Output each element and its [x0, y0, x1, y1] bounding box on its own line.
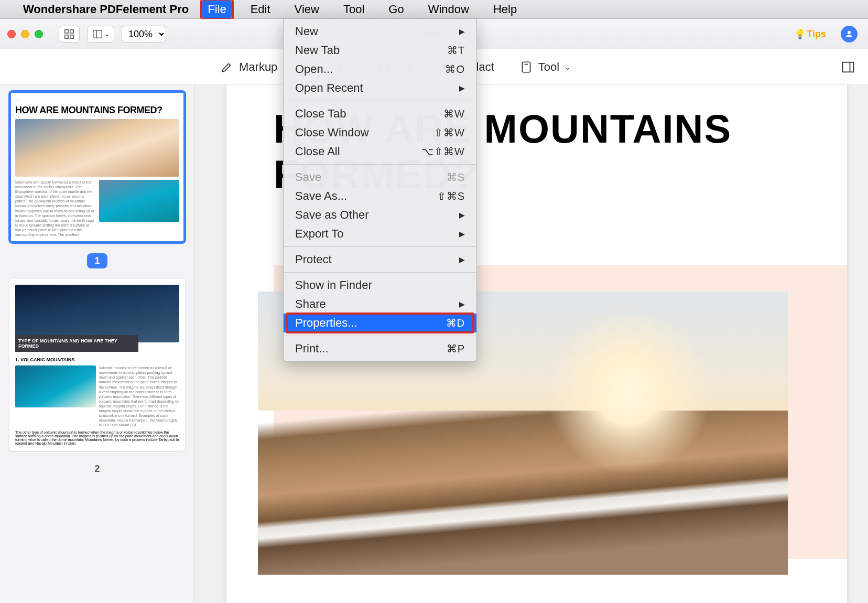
- user-avatar[interactable]: [841, 26, 858, 42]
- submenu-arrow-icon: ▶: [459, 255, 465, 264]
- thumb-image: [15, 285, 179, 342]
- svg-rect-0: [65, 29, 68, 33]
- menu-item-label: Save as Other: [295, 208, 369, 222]
- page-number-2: 2: [87, 461, 107, 477]
- zoom-select[interactable]: 100%: [122, 26, 166, 42]
- menu-item-label: Close Tab: [295, 107, 346, 121]
- menu-shortcut: ⌥⇧⌘W: [421, 145, 465, 158]
- menu-shortcut: ⌘S: [447, 171, 465, 184]
- file-menu-item-show-in-finder[interactable]: Show in Finder: [284, 276, 476, 295]
- menu-item-label: Properties...: [295, 316, 357, 330]
- close-window-button[interactable]: [7, 30, 16, 38]
- split-view-button[interactable]: [841, 60, 855, 74]
- menu-shortcut: ⌘T: [447, 44, 465, 57]
- file-menu-item-close-all[interactable]: Close All⌥⇧⌘W: [284, 142, 476, 161]
- submenu-arrow-icon: ▶: [459, 211, 465, 219]
- svg-rect-2: [65, 35, 68, 38]
- tool-button[interactable]: Tool ⌄: [519, 60, 571, 74]
- page-thumbnail-1[interactable]: — HOW ARE MOUNTAINS FORMED? Mountains ar…: [9, 91, 185, 243]
- submenu-arrow-icon: ▶: [459, 84, 465, 92]
- thumb-image-small: [15, 365, 96, 407]
- thumbnails-view-button[interactable]: [59, 26, 80, 42]
- menu-item-label: New Tab: [295, 44, 340, 57]
- menu-item-label: Show in Finder: [295, 278, 372, 292]
- system-menubar: Wondershare PDFelement Pro File Edit Vie…: [0, 0, 868, 19]
- traffic-lights: [7, 30, 43, 38]
- file-menu-item-save[interactable]: Save⌘S: [284, 168, 476, 187]
- file-menu-item-protect[interactable]: Protect▶: [284, 250, 476, 269]
- menu-item-label: Close Window: [295, 126, 369, 139]
- menu-shortcut: ⌘O: [445, 63, 465, 76]
- menu-shortcut: ⌘P: [447, 342, 465, 355]
- file-menu-dropdown: New▶New Tab⌘TOpen...⌘OOpen Recent▶Close …: [283, 19, 477, 362]
- markup-button[interactable]: Markup: [220, 60, 277, 74]
- menu-shortcut: ⌘D: [446, 317, 465, 329]
- file-menu-item-print-[interactable]: Print...⌘P: [284, 339, 476, 358]
- menu-item-label: Protect: [295, 253, 332, 266]
- menu-edit[interactable]: Edit: [245, 1, 276, 18]
- svg-point-6: [848, 31, 851, 34]
- thumb-image: [15, 119, 179, 177]
- menu-tool[interactable]: Tool: [338, 1, 370, 18]
- svg-rect-15: [522, 62, 530, 72]
- file-menu-item-new[interactable]: New▶: [284, 22, 476, 41]
- menu-shortcut: ⇧⌘S: [437, 190, 465, 202]
- svg-rect-3: [70, 35, 73, 38]
- panel-layout-button[interactable]: ⌄: [87, 26, 114, 42]
- menu-go[interactable]: Go: [383, 1, 409, 18]
- menu-view[interactable]: View: [289, 1, 324, 18]
- svg-rect-17: [843, 62, 854, 72]
- submenu-arrow-icon: ▶: [459, 230, 465, 238]
- tips-button[interactable]: Tips: [794, 28, 826, 40]
- menu-shortcut: ⇧⌘W: [434, 126, 465, 139]
- submenu-arrow-icon: ▶: [459, 27, 465, 36]
- file-menu-item-share[interactable]: Share▶: [284, 295, 476, 314]
- maximize-window-button[interactable]: [35, 30, 43, 38]
- menu-item-label: Share: [295, 297, 326, 311]
- page-number-badge-1: 1: [87, 253, 107, 268]
- thumb-footer-text: The other type of volcanic mountain is f…: [15, 430, 179, 445]
- file-menu-item-save-as-other[interactable]: Save as Other▶: [284, 206, 476, 224]
- file-menu-item-close-tab[interactable]: Close Tab⌘W: [284, 104, 476, 123]
- thumb-section-heading: 1. VOLCANIC MOUNTAINS: [15, 357, 179, 362]
- submenu-arrow-icon: ▶: [459, 300, 465, 308]
- menu-item-label: Save: [295, 170, 321, 184]
- svg-rect-4: [93, 30, 102, 38]
- menu-file[interactable]: File: [202, 1, 231, 18]
- file-menu-item-export-to[interactable]: Export To▶: [284, 224, 476, 243]
- app-name[interactable]: Wondershare PDFelement Pro: [23, 3, 189, 16]
- menu-item-label: Open Recent: [295, 81, 363, 95]
- minimize-window-button[interactable]: [21, 30, 29, 38]
- page-thumbnail-2[interactable]: TYPE OF MOUNTAINS AND HOW ARE THEY FORME…: [9, 279, 185, 451]
- file-menu-item-open-[interactable]: Open...⌘O: [284, 60, 476, 79]
- menu-item-label: Print...: [295, 342, 329, 356]
- menu-shortcut: ⌘W: [443, 107, 465, 120]
- file-menu-item-properties-[interactable]: Properties...⌘D: [284, 314, 476, 332]
- svg-rect-1: [70, 29, 73, 33]
- thumb-text-col: Mountains are usually formed as a result…: [15, 180, 96, 237]
- thumb-title: HOW ARE MOUNTAINS FORMED?: [15, 105, 179, 116]
- tool-label: Tool: [538, 60, 559, 74]
- menu-item-label: Open...: [295, 62, 333, 76]
- file-menu-item-save-as-[interactable]: Save As...⇧⌘S: [284, 187, 476, 206]
- thumb-eyebrow: —: [15, 97, 179, 102]
- thumb-overlay-title: TYPE OF MOUNTAINS AND HOW ARE THEY FORME…: [15, 335, 138, 352]
- file-menu-item-new-tab[interactable]: New Tab⌘T: [284, 41, 476, 60]
- menu-item-label: New: [295, 25, 318, 38]
- menu-window[interactable]: Window: [423, 1, 474, 18]
- thumb-text-col: Volcanic mountains are formed as a resul…: [99, 365, 180, 427]
- file-menu-item-open-recent[interactable]: Open Recent▶: [284, 79, 476, 98]
- thumb-image-small: [99, 180, 180, 222]
- menu-item-label: Save As...: [295, 189, 347, 203]
- file-menu-item-close-window[interactable]: Close Window⇧⌘W: [284, 123, 476, 142]
- menu-help[interactable]: Help: [488, 1, 522, 18]
- chevron-down-icon: ⌄: [565, 63, 571, 71]
- menu-item-label: Export To: [295, 227, 344, 241]
- menu-item-label: Close All: [295, 145, 340, 158]
- thumbnail-sidebar[interactable]: — HOW ARE MOUNTAINS FORMED? Mountains ar…: [0, 85, 195, 603]
- markup-label: Markup: [239, 60, 277, 74]
